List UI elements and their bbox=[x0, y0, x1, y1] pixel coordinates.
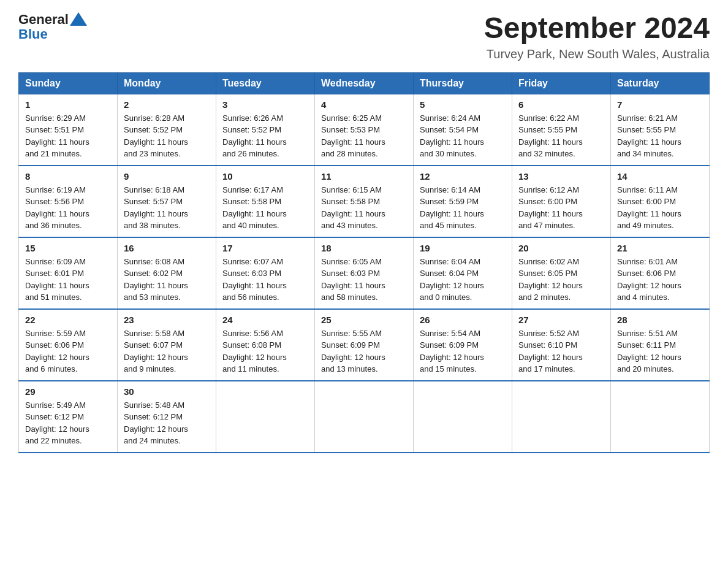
calendar-cell: 14Sunrise: 6:11 AMSunset: 6:00 PMDayligh… bbox=[611, 166, 710, 237]
calendar-cell bbox=[414, 381, 512, 453]
header-thursday: Thursday bbox=[414, 72, 512, 94]
calendar-cell: 10Sunrise: 6:17 AMSunset: 5:58 PMDayligh… bbox=[216, 166, 315, 237]
day-number: 26 bbox=[420, 315, 506, 325]
calendar-cell: 2Sunrise: 6:28 AMSunset: 5:52 PMDaylight… bbox=[118, 94, 216, 166]
day-info: Sunrise: 6:29 AMSunset: 5:51 PMDaylight:… bbox=[25, 112, 111, 160]
day-info: Sunrise: 5:59 AMSunset: 6:06 PMDaylight:… bbox=[25, 327, 111, 375]
week-row-5: 29Sunrise: 5:49 AMSunset: 6:12 PMDayligh… bbox=[19, 381, 710, 453]
calendar-cell: 5Sunrise: 6:24 AMSunset: 5:54 PMDaylight… bbox=[414, 94, 512, 166]
day-number: 22 bbox=[25, 315, 111, 325]
calendar-cell: 21Sunrise: 6:01 AMSunset: 6:06 PMDayligh… bbox=[611, 237, 710, 309]
logo-icon bbox=[70, 12, 87, 26]
calendar-cell: 27Sunrise: 5:52 AMSunset: 6:10 PMDayligh… bbox=[512, 309, 611, 381]
page-header: General Blue September 2024 Turvey Park,… bbox=[18, 12, 710, 61]
day-info: Sunrise: 6:04 AMSunset: 6:04 PMDaylight:… bbox=[420, 256, 506, 304]
calendar-cell: 15Sunrise: 6:09 AMSunset: 6:01 PMDayligh… bbox=[19, 237, 118, 309]
week-row-3: 15Sunrise: 6:09 AMSunset: 6:01 PMDayligh… bbox=[19, 237, 710, 309]
weekday-header-row: SundayMondayTuesdayWednesdayThursdayFrid… bbox=[19, 72, 710, 94]
day-info: Sunrise: 6:08 AMSunset: 6:02 PMDaylight:… bbox=[124, 256, 210, 304]
day-number: 17 bbox=[222, 243, 308, 253]
day-info: Sunrise: 5:48 AMSunset: 6:12 PMDaylight:… bbox=[124, 399, 210, 447]
svg-marker-0 bbox=[70, 12, 87, 26]
day-number: 23 bbox=[124, 315, 210, 325]
day-info: Sunrise: 5:58 AMSunset: 6:07 PMDaylight:… bbox=[124, 327, 210, 375]
day-info: Sunrise: 6:15 AMSunset: 5:58 PMDaylight:… bbox=[321, 184, 407, 232]
day-number: 19 bbox=[420, 243, 506, 253]
day-number: 9 bbox=[124, 171, 210, 182]
day-number: 12 bbox=[420, 171, 506, 182]
day-number: 20 bbox=[518, 243, 604, 253]
logo-text-blue: Blue bbox=[18, 27, 48, 42]
day-info: Sunrise: 6:12 AMSunset: 6:00 PMDaylight:… bbox=[518, 184, 604, 232]
calendar-cell: 7Sunrise: 6:21 AMSunset: 5:55 PMDaylight… bbox=[611, 94, 710, 166]
calendar-cell: 1Sunrise: 6:29 AMSunset: 5:51 PMDaylight… bbox=[19, 94, 118, 166]
day-number: 27 bbox=[518, 315, 604, 325]
calendar-cell: 29Sunrise: 5:49 AMSunset: 6:12 PMDayligh… bbox=[19, 381, 118, 453]
calendar-cell: 22Sunrise: 5:59 AMSunset: 6:06 PMDayligh… bbox=[19, 309, 118, 381]
day-info: Sunrise: 6:05 AMSunset: 6:03 PMDaylight:… bbox=[321, 256, 407, 304]
day-number: 29 bbox=[25, 386, 111, 397]
day-info: Sunrise: 6:18 AMSunset: 5:57 PMDaylight:… bbox=[124, 184, 210, 232]
calendar-cell: 9Sunrise: 6:18 AMSunset: 5:57 PMDaylight… bbox=[118, 166, 216, 237]
day-number: 28 bbox=[617, 315, 703, 325]
day-info: Sunrise: 5:51 AMSunset: 6:11 PMDaylight:… bbox=[617, 327, 703, 375]
day-number: 25 bbox=[321, 315, 407, 325]
calendar-cell: 17Sunrise: 6:07 AMSunset: 6:03 PMDayligh… bbox=[216, 237, 315, 309]
calendar-cell: 12Sunrise: 6:14 AMSunset: 5:59 PMDayligh… bbox=[414, 166, 512, 237]
day-info: Sunrise: 6:26 AMSunset: 5:52 PMDaylight:… bbox=[222, 112, 308, 160]
day-number: 11 bbox=[321, 171, 407, 182]
calendar-cell: 3Sunrise: 6:26 AMSunset: 5:52 PMDaylight… bbox=[216, 94, 315, 166]
header-wednesday: Wednesday bbox=[315, 72, 414, 94]
day-info: Sunrise: 5:52 AMSunset: 6:10 PMDaylight:… bbox=[518, 327, 604, 375]
week-row-2: 8Sunrise: 6:19 AMSunset: 5:56 PMDaylight… bbox=[19, 166, 710, 237]
calendar-cell bbox=[216, 381, 315, 453]
calendar-cell: 6Sunrise: 6:22 AMSunset: 5:55 PMDaylight… bbox=[512, 94, 611, 166]
week-row-1: 1Sunrise: 6:29 AMSunset: 5:51 PMDaylight… bbox=[19, 94, 710, 166]
week-row-4: 22Sunrise: 5:59 AMSunset: 6:06 PMDayligh… bbox=[19, 309, 710, 381]
day-number: 5 bbox=[420, 99, 506, 110]
day-info: Sunrise: 6:22 AMSunset: 5:55 PMDaylight:… bbox=[518, 112, 604, 160]
day-info: Sunrise: 5:54 AMSunset: 6:09 PMDaylight:… bbox=[420, 327, 506, 375]
header-saturday: Saturday bbox=[611, 72, 710, 94]
day-number: 13 bbox=[518, 171, 604, 182]
logo-text-general: General bbox=[18, 12, 69, 27]
day-number: 6 bbox=[518, 99, 604, 110]
day-info: Sunrise: 6:21 AMSunset: 5:55 PMDaylight:… bbox=[617, 112, 703, 160]
day-number: 14 bbox=[617, 171, 703, 182]
header-sunday: Sunday bbox=[19, 72, 118, 94]
calendar-cell: 8Sunrise: 6:19 AMSunset: 5:56 PMDaylight… bbox=[19, 166, 118, 237]
month-year-title: September 2024 bbox=[484, 12, 710, 45]
day-info: Sunrise: 6:11 AMSunset: 6:00 PMDaylight:… bbox=[617, 184, 703, 232]
day-info: Sunrise: 6:24 AMSunset: 5:54 PMDaylight:… bbox=[420, 112, 506, 160]
day-info: Sunrise: 6:17 AMSunset: 5:58 PMDaylight:… bbox=[222, 184, 308, 232]
day-number: 10 bbox=[222, 171, 308, 182]
calendar-table: SundayMondayTuesdayWednesdayThursdayFrid… bbox=[18, 72, 710, 453]
day-info: Sunrise: 5:49 AMSunset: 6:12 PMDaylight:… bbox=[25, 399, 111, 447]
day-number: 3 bbox=[222, 99, 308, 110]
day-number: 15 bbox=[25, 243, 111, 253]
day-info: Sunrise: 6:07 AMSunset: 6:03 PMDaylight:… bbox=[222, 256, 308, 304]
calendar-cell: 20Sunrise: 6:02 AMSunset: 6:05 PMDayligh… bbox=[512, 237, 611, 309]
day-info: Sunrise: 6:01 AMSunset: 6:06 PMDaylight:… bbox=[617, 256, 703, 304]
title-block: September 2024 Turvey Park, New South Wa… bbox=[484, 12, 710, 61]
day-number: 24 bbox=[222, 315, 308, 325]
calendar-cell: 16Sunrise: 6:08 AMSunset: 6:02 PMDayligh… bbox=[118, 237, 216, 309]
calendar-cell: 24Sunrise: 5:56 AMSunset: 6:08 PMDayligh… bbox=[216, 309, 315, 381]
day-info: Sunrise: 6:02 AMSunset: 6:05 PMDaylight:… bbox=[518, 256, 604, 304]
day-number: 16 bbox=[124, 243, 210, 253]
day-number: 1 bbox=[25, 99, 111, 110]
day-info: Sunrise: 6:25 AMSunset: 5:53 PMDaylight:… bbox=[321, 112, 407, 160]
calendar-cell: 30Sunrise: 5:48 AMSunset: 6:12 PMDayligh… bbox=[118, 381, 216, 453]
calendar-cell: 23Sunrise: 5:58 AMSunset: 6:07 PMDayligh… bbox=[118, 309, 216, 381]
calendar-cell bbox=[512, 381, 611, 453]
day-info: Sunrise: 6:28 AMSunset: 5:52 PMDaylight:… bbox=[124, 112, 210, 160]
day-number: 4 bbox=[321, 99, 407, 110]
calendar-cell bbox=[611, 381, 710, 453]
day-info: Sunrise: 5:55 AMSunset: 6:09 PMDaylight:… bbox=[321, 327, 407, 375]
calendar-cell: 28Sunrise: 5:51 AMSunset: 6:11 PMDayligh… bbox=[611, 309, 710, 381]
day-number: 7 bbox=[617, 99, 703, 110]
day-number: 2 bbox=[124, 99, 210, 110]
header-friday: Friday bbox=[512, 72, 611, 94]
day-number: 8 bbox=[25, 171, 111, 182]
calendar-cell: 26Sunrise: 5:54 AMSunset: 6:09 PMDayligh… bbox=[414, 309, 512, 381]
